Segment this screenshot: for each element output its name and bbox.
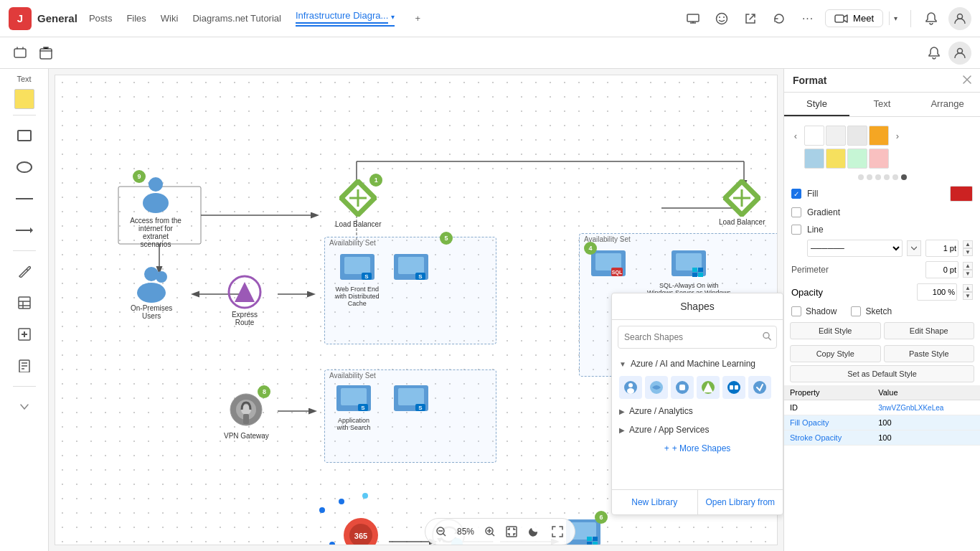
insert-tool[interactable] bbox=[10, 320, 39, 349]
fill-checkbox[interactable] bbox=[791, 189, 801, 199]
line-width-down[interactable]: ▼ bbox=[963, 248, 973, 256]
shapes-search-input[interactable] bbox=[618, 326, 777, 349]
azure-icon-2[interactable] bbox=[645, 376, 668, 399]
dark-mode-button[interactable] bbox=[524, 522, 545, 542]
new-library-button[interactable]: New Library bbox=[612, 490, 698, 514]
azure-icon-3[interactable] bbox=[671, 376, 694, 399]
zoom-out-button[interactable] bbox=[433, 523, 450, 540]
home-button[interactable] bbox=[9, 42, 32, 65]
web-vm-1[interactable]: S Web Front Endwith DistributedCache bbox=[335, 251, 380, 307]
swatch-prev[interactable]: ‹ bbox=[788, 128, 803, 143]
line-width-input[interactable] bbox=[925, 240, 958, 257]
right-vm-1[interactable]: 4 SQL bbox=[590, 248, 627, 284]
open-library-button[interactable]: Open Library from bbox=[698, 490, 783, 514]
vpn-gateway-node[interactable]: 8 VPN Gateway bbox=[224, 391, 269, 440]
line-checkbox[interactable] bbox=[791, 225, 801, 235]
collapse-sidebar-button[interactable] bbox=[10, 392, 39, 421]
load-balancer-2-node[interactable]: Load Balancer bbox=[719, 179, 765, 226]
opacity-input[interactable] bbox=[917, 283, 957, 301]
opacity-down[interactable]: ▼ bbox=[963, 292, 973, 300]
office-365-node[interactable]: 365 Office 365 bbox=[342, 517, 380, 545]
refresh-icon[interactable] bbox=[768, 7, 791, 30]
right-vm-2[interactable]: SQL-Always On withWindows Server as Wind… bbox=[647, 248, 731, 296]
swatch-white[interactable] bbox=[804, 126, 824, 146]
azure-icon-4[interactable] bbox=[697, 376, 720, 399]
toolbar-user[interactable] bbox=[948, 42, 971, 65]
tab-dropdown-chevron[interactable]: ▾ bbox=[391, 13, 395, 21]
azure-ai-section[interactable]: ▼ Azure / AI and Machine Learning bbox=[612, 354, 783, 373]
app-vm-2[interactable]: S bbox=[392, 382, 430, 417]
swatch-green[interactable] bbox=[847, 149, 867, 169]
app-vm-1[interactable]: S Applicationwith Search bbox=[335, 382, 372, 431]
dot-1[interactable] bbox=[867, 174, 872, 180]
swatch-pink[interactable] bbox=[869, 149, 889, 169]
opacity-up[interactable]: ▲ bbox=[963, 284, 973, 292]
on-premises-users-node[interactable]: 9 Access from the internet for extranet … bbox=[127, 176, 184, 248]
azure-analytics-section[interactable]: ▶ Azure / Analytics bbox=[612, 402, 783, 420]
sketch-checkbox[interactable] bbox=[851, 306, 861, 316]
meet-button[interactable]: Meet bbox=[825, 9, 883, 27]
edit-style-button[interactable]: Edit Style bbox=[790, 322, 881, 339]
share-screen-icon[interactable] bbox=[682, 7, 705, 30]
fullscreen-button[interactable] bbox=[547, 522, 567, 542]
user-avatar[interactable] bbox=[948, 7, 971, 30]
load-balancer-1-node[interactable]: 1 Load Balancer bbox=[335, 179, 382, 228]
azure-icon-5[interactable] bbox=[722, 376, 745, 399]
arrow-tool[interactable] bbox=[10, 216, 39, 245]
fit-page-button[interactable] bbox=[501, 522, 522, 542]
more-options-icon[interactable]: ··· bbox=[796, 7, 819, 30]
edit-shape-button[interactable]: Edit Shape bbox=[884, 322, 975, 339]
ellipse-tool[interactable] bbox=[10, 153, 39, 182]
nav-infrastructure-diagram[interactable]: Infrastructure Diagra... bbox=[296, 10, 388, 24]
draw-tool[interactable] bbox=[10, 257, 39, 286]
azure-icon-6[interactable] bbox=[748, 376, 771, 399]
azure-icon-1[interactable] bbox=[619, 376, 642, 399]
set-default-style-button[interactable]: Set as Default Style bbox=[790, 365, 974, 382]
perimeter-up[interactable]: ▲ bbox=[963, 262, 973, 270]
nav-diagrams-tutorial[interactable]: Diagrams.net Tutorial bbox=[192, 13, 281, 24]
meet-dropdown-chevron[interactable]: ▾ bbox=[889, 11, 902, 25]
swatch-blue[interactable] bbox=[804, 149, 824, 169]
nav-posts[interactable]: Posts bbox=[89, 13, 113, 24]
line-tool[interactable] bbox=[10, 184, 39, 213]
nav-files[interactable]: Files bbox=[126, 13, 146, 24]
canvas-area[interactable]: 9 Access from the internet for extranet … bbox=[49, 69, 783, 551]
dot-3[interactable] bbox=[884, 174, 890, 180]
paste-style-button[interactable]: Paste Style bbox=[884, 345, 975, 362]
dot-2[interactable] bbox=[875, 174, 881, 180]
zoom-in-button[interactable] bbox=[481, 523, 499, 540]
fill-color-swatch[interactable] bbox=[950, 186, 973, 202]
table-tool[interactable] bbox=[10, 288, 39, 317]
line-width-up[interactable]: ▲ bbox=[963, 240, 973, 248]
line-style-select[interactable]: ────── - - - - · · · · bbox=[807, 240, 903, 257]
rectangle-tool[interactable] bbox=[10, 121, 39, 150]
dot-0[interactable] bbox=[858, 174, 864, 180]
web-vm-2[interactable]: S bbox=[392, 251, 430, 286]
tab-text[interactable]: Text bbox=[849, 93, 915, 116]
delete-button[interactable] bbox=[34, 42, 57, 65]
swatch-light-gray[interactable] bbox=[826, 126, 846, 146]
more-shapes-button[interactable]: + + More Shapes bbox=[612, 439, 783, 458]
swatch-next[interactable]: › bbox=[890, 128, 905, 143]
emoji-icon[interactable] bbox=[710, 7, 733, 30]
format-panel-close[interactable] bbox=[963, 75, 971, 86]
line-arrow-select[interactable] bbox=[907, 240, 921, 256]
dot-4[interactable] bbox=[892, 174, 898, 180]
notifications-button[interactable] bbox=[920, 7, 943, 30]
swatch-yellow[interactable] bbox=[826, 149, 846, 169]
express-route-node[interactable]: ExpressRoute bbox=[227, 275, 262, 326]
external-link-icon[interactable] bbox=[739, 7, 762, 30]
color-swatch-yellow[interactable] bbox=[14, 89, 34, 109]
on-premises-users-2-node[interactable]: On-PremisesUsers bbox=[131, 265, 172, 320]
nav-wiki[interactable]: Wiki bbox=[161, 13, 179, 24]
shadow-checkbox[interactable] bbox=[791, 306, 801, 316]
perimeter-input[interactable] bbox=[925, 261, 958, 278]
add-tab-button[interactable]: + bbox=[409, 10, 426, 27]
perimeter-down[interactable]: ▼ bbox=[963, 270, 973, 278]
template-tool[interactable] bbox=[10, 352, 39, 380]
azure-app-services-section[interactable]: ▶ Azure / App Services bbox=[612, 420, 783, 439]
swatch-orange[interactable] bbox=[869, 126, 889, 146]
dot-5[interactable] bbox=[901, 174, 907, 180]
swatch-gray[interactable] bbox=[847, 126, 867, 146]
gradient-checkbox[interactable] bbox=[791, 207, 801, 217]
